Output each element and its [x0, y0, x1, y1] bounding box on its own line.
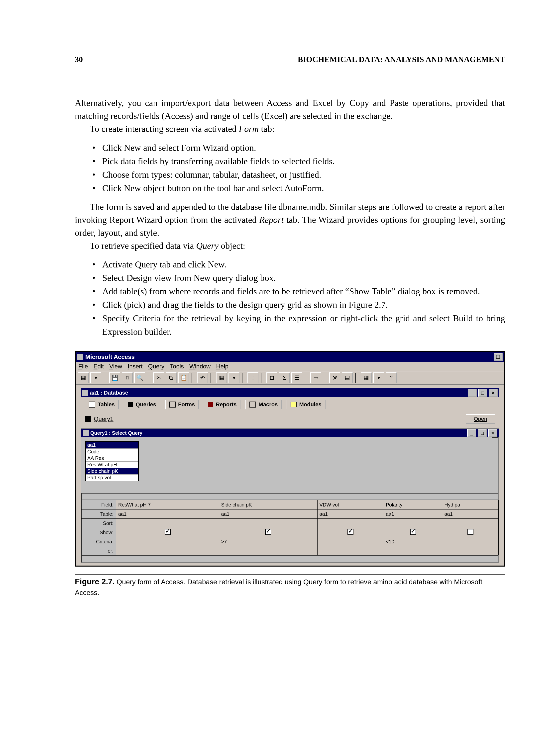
- builder-button[interactable]: ⚒: [329, 372, 340, 383]
- grid-cell[interactable]: [219, 528, 317, 537]
- macros-icon: [249, 402, 256, 407]
- help-button[interactable]: ?: [386, 372, 397, 383]
- db-max-button[interactable]: □: [478, 389, 487, 397]
- newobject-button[interactable]: ▦: [361, 372, 372, 383]
- tab-tables[interactable]: Tables: [85, 400, 119, 409]
- save-button[interactable]: 💾: [109, 372, 120, 383]
- design-max-button[interactable]: □: [478, 429, 487, 437]
- field-item[interactable]: Res Wt at pH: [86, 461, 138, 468]
- grid-cell[interactable]: [116, 546, 219, 555]
- copy-button[interactable]: ⧉: [166, 372, 177, 383]
- grid-row-or: or:: [82, 546, 116, 555]
- properties-button[interactable]: ☰: [291, 372, 302, 383]
- grid-cell[interactable]: [219, 519, 317, 528]
- grid-cell[interactable]: Side chain pK: [219, 500, 317, 509]
- grid-cell[interactable]: aa1: [116, 509, 219, 519]
- grid-cell[interactable]: [442, 537, 499, 546]
- tab-forms[interactable]: Forms: [165, 400, 199, 409]
- menu-tools[interactable]: Tools: [170, 363, 184, 370]
- grid-cell[interactable]: ResWt at pH 7: [116, 500, 219, 509]
- p2-italic: Form: [239, 124, 259, 134]
- tab-modules[interactable]: Modules: [287, 400, 325, 409]
- showtable-button[interactable]: ⊞: [266, 372, 277, 383]
- preview-button[interactable]: 🔍: [134, 372, 145, 383]
- grid-cell[interactable]: aa1: [317, 509, 384, 519]
- design-grid[interactable]: Field: ResWt at pH 7 Side chain pK VDW v…: [81, 500, 499, 555]
- field-item[interactable]: AA Res: [86, 455, 138, 461]
- open-button[interactable]: Open: [466, 414, 495, 424]
- grid-cell[interactable]: [442, 519, 499, 528]
- design-close-button[interactable]: ×: [488, 429, 497, 437]
- grid-cell[interactable]: aa1: [384, 509, 442, 519]
- dropdown2-icon[interactable]: ▾: [228, 372, 239, 383]
- grid-cell[interactable]: [116, 519, 219, 528]
- dbwindow-button[interactable]: ▤: [342, 372, 353, 383]
- grid-cell[interactable]: >7: [219, 537, 317, 546]
- show-checkbox[interactable]: [467, 529, 474, 535]
- query-list-item[interactable]: Query1: [85, 416, 114, 422]
- grid-cell[interactable]: aa1: [219, 509, 317, 519]
- undo-button[interactable]: ↶: [197, 372, 208, 383]
- dropdown-icon[interactable]: ▾: [90, 372, 101, 383]
- grid-cell[interactable]: [116, 528, 219, 537]
- dropdown3-icon[interactable]: ▾: [373, 372, 384, 383]
- tables-vscroll[interactable]: [492, 437, 499, 494]
- menu-insert[interactable]: Insert: [128, 363, 143, 370]
- show-checkbox[interactable]: [347, 529, 354, 535]
- grid-cell[interactable]: [384, 528, 442, 537]
- app-restore-button[interactable]: ❐: [494, 353, 503, 361]
- grid-cell[interactable]: [442, 528, 499, 537]
- design-min-button[interactable]: _: [467, 429, 476, 437]
- topvalues-button[interactable]: ▭: [310, 372, 321, 383]
- menu-window[interactable]: Window: [189, 363, 211, 370]
- print-button[interactable]: ⎙: [122, 372, 133, 383]
- grid-cell[interactable]: <10: [384, 537, 442, 546]
- querytype-button[interactable]: ▦: [216, 372, 227, 383]
- field-item[interactable]: Code: [86, 448, 138, 455]
- grid-cell[interactable]: Polarity: [384, 500, 442, 509]
- grid-cell[interactable]: [384, 519, 442, 528]
- grid-cell[interactable]: VDW vol: [317, 500, 384, 509]
- grid-cell[interactable]: [219, 546, 317, 555]
- design-tables-pane[interactable]: aa1 Code AA Res Res Wt at pH Side chain …: [81, 437, 499, 500]
- grid-cell[interactable]: [317, 519, 384, 528]
- db-close-button[interactable]: ×: [489, 389, 498, 397]
- tables-hscroll[interactable]: [81, 493, 499, 500]
- menu-file[interactable]: File: [78, 363, 88, 370]
- db-min-button[interactable]: _: [468, 389, 477, 397]
- bullet-list-2: Activate Query tab and click New. Select…: [92, 258, 505, 338]
- show-checkbox[interactable]: [410, 529, 416, 535]
- forms-icon: [169, 402, 176, 407]
- grid-cell[interactable]: [442, 546, 499, 555]
- grid-cell[interactable]: [317, 546, 384, 555]
- field-item[interactable]: Part sp vol: [86, 474, 138, 481]
- design-icon: [83, 430, 89, 436]
- cut-button[interactable]: ✂: [153, 372, 164, 383]
- grid-cell[interactable]: [116, 537, 219, 546]
- show-checkbox[interactable]: [165, 529, 171, 535]
- totals-button[interactable]: Σ: [279, 372, 290, 383]
- grid-cell[interactable]: [317, 528, 384, 537]
- queries-icon: [128, 402, 133, 407]
- show-checkbox[interactable]: [265, 529, 271, 535]
- tab-tables-label: Tables: [98, 401, 115, 408]
- menu-help[interactable]: Help: [216, 363, 228, 370]
- table-field-list[interactable]: aa1 Code AA Res Res Wt at pH Side chain …: [85, 441, 139, 481]
- menu-view[interactable]: View: [109, 363, 122, 370]
- grid-hscroll[interactable]: [81, 555, 499, 563]
- menu-edit[interactable]: Edit: [94, 363, 104, 370]
- tab-queries-label: Queries: [136, 401, 156, 408]
- field-item-selected[interactable]: Side chain pK: [86, 468, 138, 474]
- run-button[interactable]: !: [247, 372, 258, 383]
- tab-macros[interactable]: Macros: [245, 400, 282, 409]
- tab-reports[interactable]: Reports: [204, 400, 240, 409]
- grid-cell[interactable]: [317, 537, 384, 546]
- menu-query[interactable]: Query: [148, 363, 164, 370]
- grid-cell[interactable]: Hyd pa: [442, 500, 499, 509]
- grid-cell[interactable]: [384, 546, 442, 555]
- grid-cell[interactable]: aa1: [442, 509, 499, 519]
- view-button[interactable]: ▦: [78, 372, 89, 383]
- paste-button[interactable]: 📋: [178, 372, 189, 383]
- design-grid-wrap: Field: ResWt at pH 7 Side chain pK VDW v…: [81, 500, 499, 563]
- tab-queries[interactable]: Queries: [124, 400, 160, 409]
